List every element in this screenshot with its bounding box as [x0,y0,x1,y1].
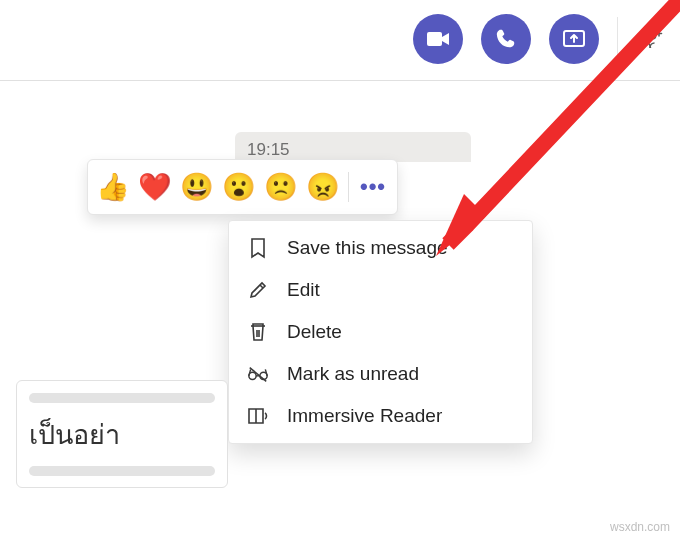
reaction-divider [348,172,349,202]
reaction-laugh[interactable]: 😃 [178,168,216,206]
menu-item-immersive[interactable]: Immersive Reader [229,395,532,437]
menu-item-label: Immersive Reader [287,405,442,427]
glasses-off-icon [247,363,269,385]
menu-item-save[interactable]: Save this message [229,227,532,269]
bookmark-icon [247,237,269,259]
trash-icon [247,321,269,343]
menu-item-label: Delete [287,321,342,343]
share-screen-button[interactable] [549,14,599,64]
menu-item-label: Mark as unread [287,363,419,385]
header-actions [413,14,666,64]
watermark: wsxdn.com [610,520,670,534]
reaction-angry[interactable]: 😠 [304,168,342,206]
people-add-icon [638,28,664,50]
header-divider [617,17,618,61]
pencil-icon [247,279,269,301]
message-context-menu: Save this message Edit Delete Mark as un… [228,220,533,444]
video-icon [426,29,450,49]
audio-call-button[interactable] [481,14,531,64]
svg-rect-0 [427,32,442,46]
compose-placeholder-bar [29,393,215,403]
add-people-button[interactable] [636,24,666,54]
reaction-heart[interactable]: ❤️ [136,168,174,206]
menu-item-label: Edit [287,279,320,301]
svg-point-3 [650,33,655,38]
compose-text: เป็นอย่า [29,413,215,456]
reaction-surprised[interactable]: 😮 [220,168,258,206]
reaction-like[interactable]: 👍 [94,168,132,206]
video-call-button[interactable] [413,14,463,64]
menu-item-unread[interactable]: Mark as unread [229,353,532,395]
menu-item-delete[interactable]: Delete [229,311,532,353]
reaction-bar: 👍 ❤️ 😃 😮 🙁 😠 ••• [87,159,398,215]
reaction-sad[interactable]: 🙁 [262,168,300,206]
top-divider [0,80,680,81]
compose-box[interactable]: เป็นอย่า [16,380,228,488]
phone-icon [495,28,517,50]
compose-placeholder-bar [29,466,215,476]
menu-item-label: Save this message [287,237,448,259]
book-speaker-icon [247,405,269,427]
message-timestamp: 19:15 [235,132,471,162]
svg-point-2 [642,32,648,38]
share-icon [562,28,586,50]
menu-item-edit[interactable]: Edit [229,269,532,311]
more-options-button[interactable]: ••• [355,168,391,206]
